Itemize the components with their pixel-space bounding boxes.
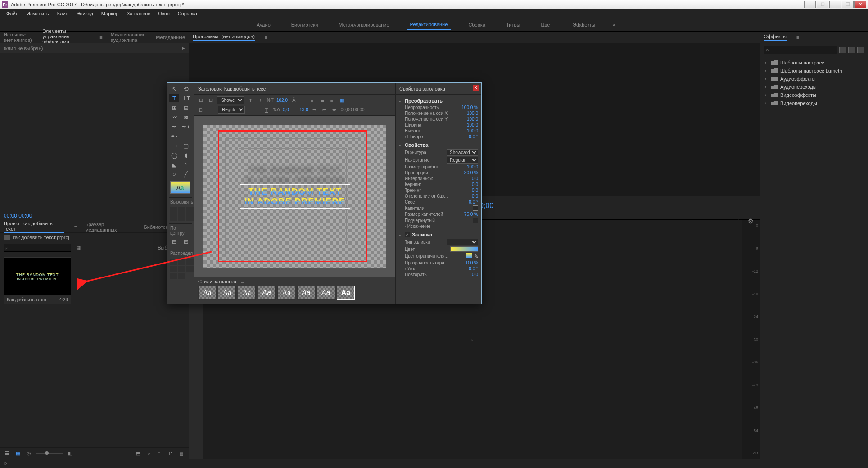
rounded-rect-tool-icon[interactable]: ▢ [181, 141, 191, 150]
source-timecode[interactable]: 00;00;00;00 [0, 211, 189, 221]
font-family-select[interactable]: Showca... [217, 96, 244, 104]
menu-clip[interactable]: Клип [54, 10, 72, 17]
settings-icon[interactable]: ⚙ [746, 217, 755, 225]
rotate-tool-icon[interactable]: ⟲ [181, 85, 191, 93]
align-left-icon[interactable] [170, 207, 177, 214]
project-filter-icon[interactable]: ▦ [75, 244, 82, 251]
title-style-swatch[interactable]: Aa [198, 286, 216, 300]
area-type-tool-icon[interactable]: ⊞ [169, 104, 179, 112]
title-line-1[interactable]: THE RANDOM TEXT [244, 186, 345, 196]
list-view-icon[interactable]: ☰ [4, 450, 11, 457]
project-panel-menu-icon[interactable]: ≡ [74, 224, 77, 230]
font-style-select[interactable]: Regular [218, 106, 245, 114]
tab-icon[interactable]: ⇥ [311, 106, 318, 114]
aspect-value[interactable]: 80,0 % [464, 170, 478, 175]
bold-icon[interactable]: T [247, 97, 254, 104]
rounded-rect2-tool-icon[interactable]: ◖ [181, 151, 191, 159]
fx-folder-videoeffects[interactable]: ›Видеоэффекты [760, 91, 868, 99]
height-value[interactable]: 100,0 [467, 128, 478, 133]
slant-value[interactable]: 0,0 ° [469, 200, 478, 204]
convert-anchor-icon[interactable]: ⌐ [181, 132, 191, 140]
posx-value[interactable]: 100,0 [467, 111, 478, 116]
center-vert-icon[interactable]: ⊞ [181, 237, 191, 245]
styles-menu-icon[interactable]: ≡ [241, 279, 244, 284]
align-right-icon[interactable]: ≡ [328, 97, 335, 104]
ws-effects[interactable]: Эффекты [569, 20, 599, 29]
tab-audio-mixer[interactable]: Микширование аудиоклипа [111, 32, 148, 43]
group-fill-head[interactable]: ⌄Заливка [398, 231, 478, 238]
arc-tool-icon[interactable]: ◝ [181, 160, 191, 168]
titler-close-button[interactable]: ✕ [473, 85, 479, 91]
leading-value[interactable]: -13,0 [298, 107, 308, 112]
titler-roll-icon[interactable]: ⊟ [207, 97, 214, 104]
effects-panel-menu-icon[interactable]: ≡ [796, 35, 799, 40]
chevron-right-icon[interactable]: › [405, 267, 406, 271]
menu-title[interactable]: Заголовок [123, 10, 154, 17]
title-line-2[interactable]: IN ADOBE PREMIERE [244, 196, 345, 206]
ws-editing[interactable]: Редактирование [407, 20, 452, 30]
chevron-right-icon[interactable]: › [405, 135, 406, 139]
sort-icon[interactable]: ◧ [67, 450, 74, 457]
dist-icon[interactable] [178, 259, 185, 265]
kerning-value[interactable]: 0,0 [472, 182, 478, 187]
font-family-select[interactable]: Showcard ... [447, 149, 478, 156]
baseline-value[interactable]: 0,0 [472, 194, 478, 199]
minimize-button[interactable]: — [804, 1, 816, 8]
title-style-swatch[interactable]: Aa [258, 286, 276, 300]
restore-button[interactable]: ❐ [842, 1, 854, 8]
group-transform-head[interactable]: ⌄Преобразовать [398, 97, 478, 105]
title-style-swatch[interactable]: Aa [337, 286, 355, 300]
tab-source[interactable]: Источник: (нет клипов) [4, 32, 34, 43]
chevron-right-icon[interactable]: › [405, 224, 406, 229]
zoom-slider[interactable] [36, 453, 63, 454]
titler-canvas[interactable]: THE RANDOM TEXTIN ADOBE PREMIERE THE RAN… [194, 116, 395, 277]
wedge-tool-icon[interactable]: ◣ [169, 160, 179, 168]
fx-badge-icon[interactable] [848, 47, 855, 53]
panel-menu-icon[interactable]: ≡ [99, 35, 102, 40]
type-tool-icon[interactable]: T [169, 94, 179, 102]
menu-marker[interactable]: Маркер [98, 10, 122, 17]
tab-program[interactable]: Программа: (нет эпизодов) [193, 34, 255, 41]
vertical-path-type-icon[interactable]: ≋ [181, 113, 191, 121]
menu-window[interactable]: Окно [154, 10, 173, 17]
underline-checkbox[interactable] [473, 218, 478, 223]
delete-icon[interactable]: 🗑 [178, 450, 185, 457]
title-style-swatch[interactable]: Aa [218, 286, 236, 300]
tab-icon[interactable]: ⇹ [331, 106, 338, 114]
opacity-value[interactable]: 100,0 % [461, 105, 478, 110]
align-center-icon[interactable]: ≣ [318, 97, 326, 104]
props-body[interactable]: ⌄Преобразовать Непрозрачность100,0 % Пол… [396, 95, 481, 304]
align-top-icon[interactable] [170, 214, 177, 221]
group-properties-head[interactable]: ⌄Свойства [398, 141, 478, 149]
automate-icon[interactable]: ⬒ [135, 450, 142, 457]
ws-assembly[interactable]: Сборка [465, 20, 489, 29]
tracking-value[interactable]: 0,0 [472, 188, 478, 193]
fx-folder-videotrans[interactable]: ›Видеопереходы [760, 99, 868, 107]
fx-badge-icon[interactable] [857, 47, 864, 53]
font-size-value[interactable]: 100,0 [467, 164, 478, 169]
dist-icon[interactable] [186, 266, 194, 272]
titler-menu-icon[interactable]: ≡ [273, 86, 276, 91]
ellipse-tool-icon[interactable]: ○ [169, 170, 179, 178]
menu-file[interactable]: Файл [3, 10, 22, 17]
icon-view-icon[interactable]: ▦ [14, 450, 22, 457]
project-search-input[interactable] [4, 244, 71, 252]
pen-tool-icon[interactable]: ✒ [169, 123, 179, 131]
titler-new-icon[interactable]: 🗋 [197, 106, 204, 114]
fx-badge-icon[interactable] [839, 47, 846, 53]
smallcaps-size-value[interactable]: 75,0 % [464, 212, 478, 217]
path-type-tool-icon[interactable]: 〰 [169, 113, 179, 121]
menu-sequence[interactable]: Эпизод [73, 10, 97, 17]
props-menu-icon[interactable]: ≡ [450, 86, 452, 91]
font-style-select[interactable]: Regular [447, 157, 478, 164]
selection-tool-icon[interactable]: ↖ [169, 85, 179, 93]
smallcaps-checkbox[interactable] [473, 205, 478, 211]
close-button[interactable]: ✕ [854, 1, 866, 8]
rectangle-tool-icon[interactable]: ▭ [169, 141, 179, 150]
fx-folder-lumetri[interactable]: ›Шаблоны настроек Lumetri [760, 67, 868, 75]
underline-icon[interactable]: T [263, 106, 270, 114]
show-video-icon[interactable]: ▦ [338, 97, 345, 104]
ws-overflow[interactable]: » [612, 22, 615, 27]
fill-color-swatch[interactable] [450, 246, 478, 252]
tab-icon[interactable]: ⇤ [321, 106, 328, 114]
